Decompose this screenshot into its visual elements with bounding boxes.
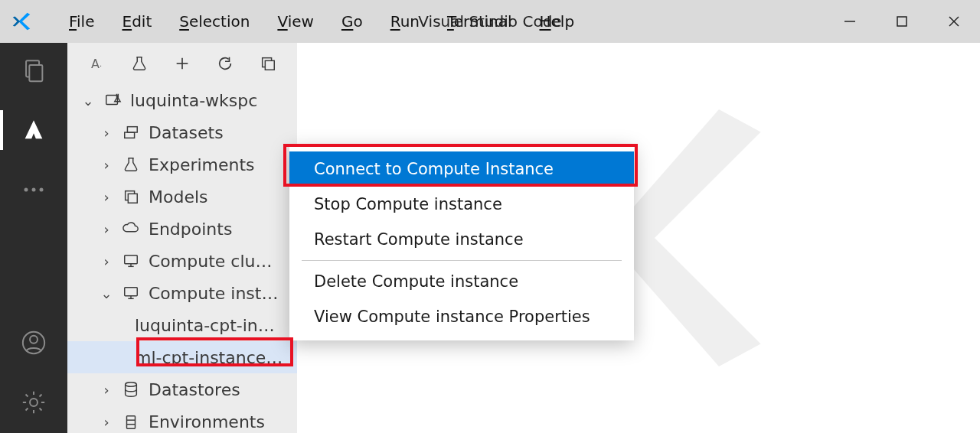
- minimize-button[interactable]: [824, 0, 876, 43]
- svg-point-10: [30, 336, 38, 343]
- endpoints-label: Endpoints: [149, 220, 232, 239]
- svg-point-29: [126, 383, 137, 387]
- tree-datasets[interactable]: › Datasets: [67, 116, 297, 148]
- workspace-label: luquinta-wkspc: [130, 91, 257, 110]
- svg-rect-30: [127, 416, 136, 429]
- endpoints-icon: [121, 220, 141, 237]
- chevron-right-icon: ›: [100, 253, 113, 269]
- svg-point-11: [30, 399, 38, 406]
- experiments-icon: [121, 155, 141, 174]
- svg-rect-18: [125, 132, 135, 138]
- chevron-right-icon: ›: [100, 221, 113, 237]
- close-button[interactable]: [928, 0, 980, 43]
- svg-point-8: [40, 188, 44, 192]
- ctx-separator: [302, 260, 622, 261]
- chevron-right-icon: ›: [100, 189, 113, 205]
- tree-datastores[interactable]: › Datastores: [67, 373, 297, 405]
- chevron-down-icon: ⌄: [81, 93, 95, 109]
- menubar: FFileile EditEdit SelectionSelection Vie…: [55, 8, 588, 35]
- context-menu: Connect to Compute Instance Stop Compute…: [289, 145, 634, 340]
- workspace-icon: [103, 92, 122, 109]
- title-bar: FFileile EditEdit SelectionSelection Vie…: [0, 0, 980, 43]
- chevron-right-icon: ›: [100, 157, 113, 173]
- compute-instances-label: Compute inst…: [149, 284, 278, 303]
- tree-instance-2[interactable]: ml-cpt-instance…: [67, 341, 297, 373]
- datastores-label: Datastores: [149, 380, 240, 399]
- tree-workspace[interactable]: ⌄ luquinta-wkspc: [67, 84, 297, 116]
- models-icon: [121, 188, 141, 205]
- svg-rect-23: [125, 256, 138, 264]
- tree-endpoints[interactable]: › Endpoints: [67, 213, 297, 245]
- compute-cluster-icon: [121, 252, 141, 269]
- maximize-button[interactable]: [876, 0, 928, 43]
- ctx-stop[interactable]: Stop Compute instance: [289, 187, 634, 222]
- svg-rect-5: [29, 65, 42, 81]
- menu-help[interactable]: HelpHelp: [526, 8, 589, 35]
- chevron-right-icon: ›: [100, 125, 113, 141]
- chevron-right-icon: ›: [100, 382, 113, 398]
- models-label: Models: [149, 187, 208, 207]
- vscode-icon: [0, 10, 43, 33]
- svg-rect-1: [897, 17, 906, 26]
- svg-point-6: [24, 188, 28, 192]
- tree-compute-clusters[interactable]: › Compute clu…: [67, 245, 297, 277]
- datasets-label: Datasets: [149, 123, 224, 142]
- refresh-icon[interactable]: [214, 53, 236, 74]
- svg-rect-22: [128, 194, 137, 203]
- svg-rect-16: [265, 60, 274, 70]
- compute-instance-icon: [121, 285, 141, 301]
- instance1-label: luquinta-cpt-in…: [135, 316, 275, 335]
- beaker-icon[interactable]: [129, 53, 150, 74]
- menu-view[interactable]: ViewView: [263, 8, 327, 35]
- tree-environments[interactable]: › Environments: [67, 405, 297, 433]
- datasets-icon: [121, 124, 141, 141]
- tree-compute-instances[interactable]: ⌄ Compute inst…: [67, 277, 297, 309]
- svg-rect-26: [125, 288, 138, 296]
- svg-rect-19: [127, 127, 137, 132]
- add-icon[interactable]: [172, 53, 193, 74]
- explorer-icon[interactable]: [18, 55, 49, 86]
- chevron-down-icon: ⌄: [100, 285, 113, 301]
- ctx-restart[interactable]: Restart Compute instance: [289, 222, 634, 257]
- menu-edit[interactable]: EditEdit: [108, 8, 165, 35]
- datastores-icon: [121, 380, 141, 399]
- ctx-props[interactable]: View Compute instance Properties: [289, 299, 634, 334]
- tree-experiments[interactable]: › Experiments: [67, 148, 297, 181]
- environments-icon: [121, 412, 141, 431]
- menu-file[interactable]: FFileile: [55, 8, 108, 35]
- ctx-delete[interactable]: Delete Compute instance: [289, 264, 634, 299]
- tree-instance-1[interactable]: luquinta-cpt-in…: [67, 309, 297, 341]
- default-workspace-icon[interactable]: A.: [86, 53, 107, 74]
- sidebar: A. ⌄ luquinta-wkspc ›: [67, 43, 297, 433]
- menu-go[interactable]: GoGo: [328, 8, 377, 35]
- settings-icon[interactable]: [18, 387, 49, 418]
- menu-run[interactable]: RunRun: [377, 8, 433, 35]
- environments-label: Environments: [149, 412, 265, 431]
- activity-bar: [0, 43, 67, 433]
- compute-clusters-label: Compute clu…: [149, 252, 272, 271]
- collapse-icon[interactable]: [257, 53, 279, 74]
- menu-terminal[interactable]: TerminalTerminal: [433, 8, 526, 35]
- experiments-label: Experiments: [149, 155, 255, 174]
- tree-models[interactable]: › Models: [67, 181, 297, 213]
- sidebar-toolbar: A.: [67, 43, 297, 84]
- window-controls: [824, 0, 980, 43]
- account-icon[interactable]: [18, 327, 49, 358]
- menu-selection[interactable]: SelectionSelection: [165, 8, 263, 35]
- workspace-tree: ⌄ luquinta-wkspc › Datasets › Experiment…: [67, 84, 297, 433]
- ctx-connect[interactable]: Connect to Compute Instance: [289, 151, 634, 187]
- svg-point-7: [32, 188, 36, 192]
- azure-icon[interactable]: [18, 115, 49, 145]
- more-icon[interactable]: [18, 174, 49, 205]
- chevron-right-icon: ›: [100, 414, 113, 430]
- instance2-label: ml-cpt-instance…: [135, 348, 283, 367]
